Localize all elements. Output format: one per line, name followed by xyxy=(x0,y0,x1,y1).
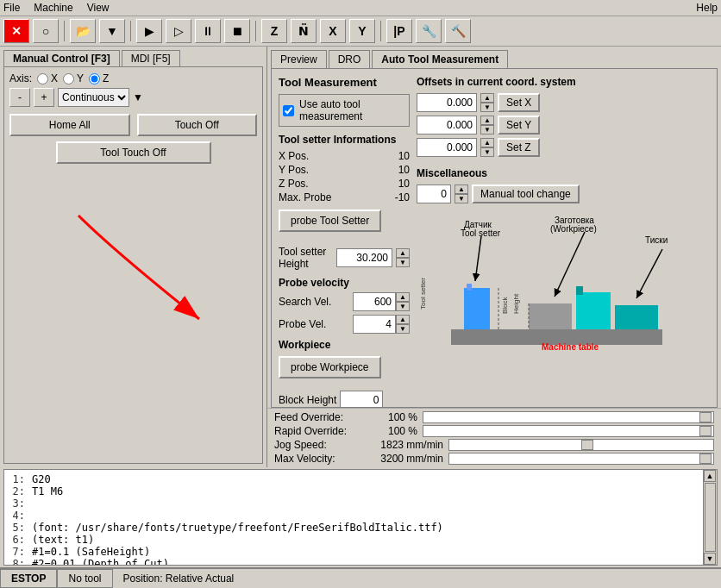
offset-y-spinner: ▲ ▼ xyxy=(480,116,494,134)
menu-help[interactable]: Help xyxy=(696,2,718,14)
z-btn[interactable]: Z xyxy=(261,19,287,43)
open-btn[interactable]: 📂 xyxy=(70,19,96,43)
height-input[interactable] xyxy=(336,248,392,267)
no-tool-status: No tool xyxy=(57,569,112,588)
axis-y-label[interactable]: Y xyxy=(63,72,84,84)
feed-slider[interactable] xyxy=(423,411,714,423)
code-wrapper: 1:G20 2:T1 M6 3: 4: 5:(font: /usr/share/… xyxy=(3,469,718,566)
tab-manual[interactable]: Manual Control [F3] xyxy=(3,50,120,66)
step-plus-btn[interactable]: + xyxy=(34,88,54,107)
z-pos-val: 10 xyxy=(384,178,410,190)
misc-down[interactable]: ▼ xyxy=(455,194,468,203)
tab-mdi[interactable]: MDI [F5] xyxy=(122,50,180,66)
probe-vel-input[interactable] xyxy=(353,315,396,334)
search-vel-input[interactable] xyxy=(353,292,396,311)
max-vel-row: Max Velocity: 3200 mm/min xyxy=(274,453,714,465)
home-touch-row: Home All Touch Off xyxy=(9,114,257,136)
toolbar-sep-2 xyxy=(130,21,131,41)
offset-z-up[interactable]: ▲ xyxy=(480,138,494,147)
line-num-4: 4: xyxy=(8,510,25,522)
estop-btn[interactable]: ○ xyxy=(33,19,59,43)
probe-vel-label: Probe Vel. xyxy=(279,318,349,330)
scroll-up-btn[interactable]: ▲ xyxy=(704,470,716,482)
rapid-slider[interactable] xyxy=(423,425,714,437)
tool-btn[interactable]: 🔧 xyxy=(416,19,442,43)
offset-y-up[interactable]: ▲ xyxy=(480,116,494,125)
rapid-override-row: Rapid Override: 100 % xyxy=(274,425,714,437)
hammer-btn[interactable]: 🔨 xyxy=(445,19,471,43)
offset-x-spinner: ▲ ▼ xyxy=(480,93,494,112)
set-z-btn[interactable]: Set Z xyxy=(498,138,540,157)
offset-x-up[interactable]: ▲ xyxy=(480,93,494,103)
search-vel-label: Search Vel. xyxy=(279,296,349,308)
y-btn[interactable]: Y xyxy=(349,19,375,43)
axis-z-label[interactable]: Z xyxy=(89,72,109,84)
menu-view[interactable]: View xyxy=(87,2,110,14)
checkbox-row: Use auto tool measurement xyxy=(279,94,410,127)
scroll-down-btn[interactable]: ▼ xyxy=(704,553,716,565)
tab-dro[interactable]: DRO xyxy=(329,50,371,68)
block-height-input[interactable] xyxy=(340,391,383,408)
n-btn[interactable]: N̈ xyxy=(291,19,317,43)
tab-auto-tool[interactable]: Auto Tool Measurement xyxy=(372,50,508,68)
coord-btn[interactable]: |P xyxy=(386,19,412,43)
tab-preview[interactable]: Preview xyxy=(271,50,327,68)
stop-btn[interactable]: ⏹ xyxy=(224,19,250,43)
height-spin-up[interactable]: ▲ xyxy=(396,248,410,258)
probe-setter-btn[interactable]: probe Tool Setter xyxy=(279,210,381,232)
tool-touch-btn[interactable]: Tool Touch Off xyxy=(56,141,211,164)
offset-z-down[interactable]: ▼ xyxy=(480,147,494,157)
offset-x-down[interactable]: ▼ xyxy=(480,103,494,112)
axis-z-radio[interactable] xyxy=(89,73,100,84)
probe-vel-down[interactable]: ▼ xyxy=(396,324,410,334)
tool-meas-title: Tool Measurement xyxy=(279,76,410,89)
search-vel-up[interactable]: ▲ xyxy=(396,292,410,302)
misc-input[interactable] xyxy=(417,185,451,203)
offset-y-down[interactable]: ▼ xyxy=(480,125,494,134)
offset-x-input[interactable] xyxy=(417,93,477,112)
line-code-8: #2=0.01 (Depth of Cut) xyxy=(32,558,169,565)
step-controls: - + Continuous ▼ xyxy=(9,88,257,107)
max-vel-slider[interactable] xyxy=(448,453,714,465)
step-minus-btn[interactable]: - xyxy=(9,88,30,107)
search-vel-row: Search Vel. ▲ ▼ xyxy=(279,292,410,311)
offset-z-input[interactable] xyxy=(417,138,477,157)
run-btn[interactable]: ▶ xyxy=(136,19,162,43)
axis-row: Axis: X Y Z xyxy=(9,72,257,84)
close-btn[interactable]: ✕ xyxy=(3,19,29,43)
touch-off-btn[interactable]: Touch Off xyxy=(137,114,258,136)
probe-vel-up[interactable]: ▲ xyxy=(396,315,410,324)
line-code-6: (text: t1) xyxy=(32,534,94,546)
set-x-btn[interactable]: Set X xyxy=(498,93,540,112)
x-btn[interactable]: X xyxy=(320,19,346,43)
step-btn[interactable]: ▷ xyxy=(166,19,191,43)
recent-btn[interactable]: ▼ xyxy=(99,19,125,43)
x-pos-val: 10 xyxy=(384,150,410,162)
auto-meas-checkbox[interactable] xyxy=(283,105,294,116)
axis-x-label[interactable]: X xyxy=(37,72,58,84)
scroll-thumb xyxy=(705,483,716,552)
offset-y-input[interactable] xyxy=(417,116,477,134)
menu-file[interactable]: File xyxy=(3,2,20,14)
axis-y-radio[interactable] xyxy=(63,73,74,84)
z-pos-label: Z Pos. xyxy=(279,178,309,190)
pause-btn[interactable]: ⏸ xyxy=(195,19,221,43)
max-probe-row: Max. Probe -10 xyxy=(279,191,410,204)
set-y-btn[interactable]: Set Y xyxy=(498,116,540,134)
axis-x-radio[interactable] xyxy=(37,73,48,84)
menu-machine[interactable]: Machine xyxy=(34,2,72,14)
home-all-btn[interactable]: Home All xyxy=(9,114,130,136)
offset-z-spinner: ▲ ▼ xyxy=(480,138,494,157)
svg-text:(Workpiece): (Workpiece) xyxy=(550,224,597,234)
y-pos-label: Y Pos. xyxy=(279,164,309,176)
height-spin-down[interactable]: ▼ xyxy=(396,258,410,267)
feed-override-row: Feed Override: 100 % xyxy=(274,411,714,423)
jog-slider[interactable] xyxy=(448,439,714,451)
probe-workpiece-btn[interactable]: probe Workpiece xyxy=(279,356,381,378)
svg-text:Tool setter: Tool setter xyxy=(419,278,427,310)
offset-y-row: ▲ ▼ Set Y xyxy=(417,116,710,134)
svg-text:Height: Height xyxy=(512,293,520,314)
step-mode-select[interactable]: Continuous xyxy=(58,88,129,107)
misc-up[interactable]: ▲ xyxy=(455,185,468,194)
search-vel-down[interactable]: ▼ xyxy=(396,302,410,311)
